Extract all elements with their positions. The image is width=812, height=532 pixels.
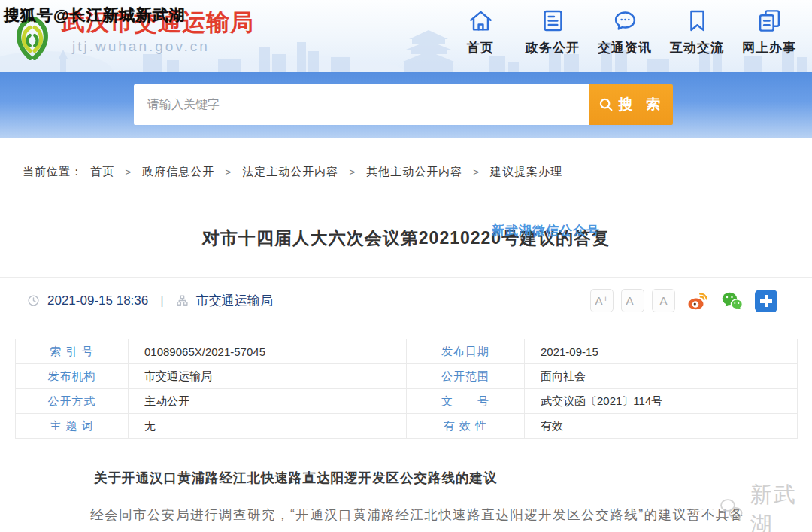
clock-icon [27, 294, 40, 307]
share-more-icon[interactable] [755, 290, 777, 312]
issuing-agency-value: 市交通运输局 [129, 364, 407, 389]
article-tools: A⁺ A⁻ A [590, 289, 777, 313]
nav-item-traffic-news[interactable]: 交通资讯 [592, 8, 657, 56]
nav-item-home[interactable]: 首页 [448, 8, 513, 56]
table-row: 发布机构 市交通运输局 公开范围 面向社会 [16, 364, 798, 389]
nav-label: 交通资讯 [598, 39, 652, 56]
search-button[interactable]: 搜 索 [589, 84, 673, 125]
nav-item-online-services[interactable]: 网上办事 [737, 8, 801, 56]
font-reset-button[interactable]: A [652, 289, 675, 312]
nav-item-interaction[interactable]: 互动交流 [665, 8, 729, 56]
breadcrumb-separator: > [473, 166, 480, 178]
home-icon [468, 8, 494, 34]
search-icon [598, 96, 614, 113]
wechat-icon[interactable] [720, 289, 744, 313]
copy-icon [756, 8, 783, 34]
subject-words-value: 无 [129, 414, 407, 439]
breadcrumb-item-statutory[interactable]: 法定主动公开内容 [242, 165, 338, 178]
breadcrumb-item-home[interactable]: 首页 [90, 165, 114, 178]
publish-date-value: 2021-09-15 [525, 339, 798, 364]
breadcrumb: 当前位置： 首页 > 政府信息公开 > 法定主动公开内容 > 其他主动公开内容 … [23, 165, 562, 179]
watermark-wechat-account: 新武湖微信公众号 [492, 222, 600, 239]
search-input[interactable] [134, 84, 589, 125]
weibo-icon[interactable] [686, 289, 710, 313]
publish-source: 市交通运输局 [196, 292, 273, 309]
main-nav: 首页 政务公开 交通资讯 互 [448, 8, 801, 56]
table-row: 索 引 号 01089065X/2021-57045 发布日期 2021-09-… [16, 339, 798, 364]
font-decrease-button[interactable]: A⁻ [621, 289, 644, 312]
document-info-table: 索 引 号 01089065X/2021-57045 发布日期 2021-09-… [15, 339, 798, 439]
page: 武汉市交通运输局 jtj.wuhan.gov.cn 首页 政务公开 [0, 0, 812, 532]
document-icon [540, 8, 566, 34]
breadcrumb-separator: > [225, 166, 232, 178]
publish-date-label: 发布日期 [407, 339, 525, 364]
bookmark-icon [684, 8, 710, 34]
search-button-label: 搜 索 [619, 95, 665, 114]
breadcrumb-item-proposals[interactable]: 建议提案办理 [490, 165, 562, 178]
breadcrumb-prefix: 当前位置： [23, 165, 83, 178]
document-number-value: 武交议函〔2021〕114号 [525, 389, 798, 414]
breadcrumb-item-gov-info[interactable]: 政府信息公开 [142, 165, 214, 178]
nav-label: 首页 [467, 39, 494, 56]
organization-icon [176, 294, 189, 307]
watermark-bottom-right: 新武湖 [718, 480, 812, 532]
nav-label: 互动交流 [670, 39, 724, 56]
nav-item-gov-disclosure[interactable]: 政务公开 [520, 8, 585, 56]
document-number-label: 文 号 [407, 389, 525, 414]
validity-label: 有 效 性 [407, 414, 525, 439]
article-paragraph: 经会同市公安局进行调查研究，“开通汉口黄浦路经江北快速路直达阳逻开发区公交路线”… [90, 504, 767, 525]
table-row: 主 题 词 无 有 效 性 有效 [16, 414, 798, 439]
search-band: 搜 索 [0, 72, 812, 138]
disclosure-method-label: 公开方式 [16, 389, 129, 414]
disclosure-method-value: 主动公开 [129, 389, 407, 414]
issuing-agency-label: 发布机构 [16, 364, 129, 389]
breadcrumb-item-other[interactable]: 其他主动公开内容 [366, 165, 462, 178]
wechat-face-watermark-icon [718, 495, 747, 525]
chat-icon [612, 8, 638, 34]
article-meta: 2021-09-15 18:36 | 市交通运输局 [27, 292, 273, 309]
nav-label: 政务公开 [526, 39, 580, 56]
disclosure-scope-label: 公开范围 [407, 364, 525, 389]
watermark-sohu: 搜狐号@长江新城新武湖 [4, 5, 185, 26]
validity-value: 有效 [525, 414, 798, 439]
main-content: 当前位置： 首页 > 政府信息公开 > 法定主动公开内容 > 其他主动公开内容 … [0, 138, 812, 532]
article-meta-row: 2021-09-15 18:36 | 市交通运输局 A⁺ A⁻ A [0, 277, 812, 324]
page-title: 对市十四届人大六次会议第20210220号建议的答复 [0, 226, 812, 250]
disclosure-scope-value: 面向社会 [525, 364, 798, 389]
breadcrumb-separator: > [126, 166, 132, 178]
subject-words-label: 主 题 词 [16, 414, 129, 439]
index-number-value: 01089065X/2021-57045 [129, 339, 407, 364]
index-number-label: 索 引 号 [16, 339, 129, 364]
font-increase-button[interactable]: A⁺ [590, 289, 614, 312]
watermark-text: 新武湖 [750, 480, 812, 532]
table-row: 公开方式 主动公开 文 号 武交议函〔2021〕114号 [16, 389, 798, 414]
site-url: jtj.wuhan.gov.cn [72, 38, 254, 55]
article-section-heading: 关于开通汉口黄浦路经江北快速路直达阳逻开发区公交路线的建议 [94, 469, 498, 487]
nav-label: 网上办事 [742, 39, 796, 56]
breadcrumb-separator: > [349, 166, 356, 178]
publish-time: 2021-09-15 18:36 [47, 293, 148, 309]
meta-separator: | [160, 293, 163, 309]
